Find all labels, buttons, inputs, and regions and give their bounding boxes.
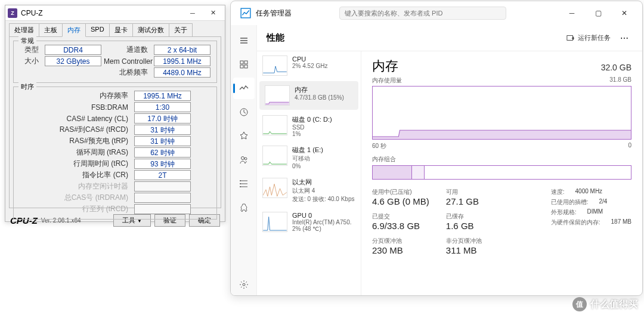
sidebar-performance[interactable] — [233, 78, 255, 99]
timing-label: CAS# Latency (CL) — [48, 115, 132, 123]
tab-graphics[interactable]: 显卡 — [109, 23, 133, 36]
cpuz-titlebar[interactable]: Z CPU-Z ─ ✕ — [5, 5, 225, 21]
search-input[interactable] — [339, 7, 506, 20]
perf-item-gpu[interactable]: GPU 0 Intel(R) Arc(TM) A750. 2% (48 ℃) — [257, 208, 361, 236]
timing-value: 93 时钟 — [134, 159, 191, 169]
run-new-task-button[interactable]: 运行新任务 — [566, 33, 611, 42]
stat: 使用中(已压缩)4.6 GB (0 MB) — [372, 188, 429, 206]
sidebar-settings[interactable] — [233, 274, 255, 295]
perf-item-mem[interactable]: 内存 4.7/31.8 GB (15%) — [259, 81, 358, 110]
info-value: 2/4 — [599, 198, 608, 206]
more-options-button[interactable]: ⋯ — [617, 33, 633, 43]
axis-right: 0 — [628, 142, 631, 150]
tab-memory[interactable]: 内存 — [62, 23, 86, 37]
run-task-icon — [566, 34, 575, 42]
timing-value — [134, 193, 191, 203]
sidebar-details[interactable] — [233, 173, 255, 194]
watermark-text: 什么值得买 — [590, 298, 638, 311]
item-sub2: 2% (48 ℃) — [292, 226, 355, 232]
item-sub2: 1% — [292, 131, 355, 137]
sidebar-services[interactable] — [233, 197, 255, 218]
timing-label: 行至列 (tRCD) — [48, 204, 132, 214]
timing-value: 1:30 — [134, 102, 191, 112]
svg-point-11 — [243, 283, 245, 286]
info-row: 已使用的插槽:2/4 — [551, 198, 631, 206]
tm-titlebar[interactable]: 任务管理器 ─ ▢ ✕ — [231, 1, 642, 25]
sidebar-processes[interactable] — [233, 54, 255, 75]
thumb-chart — [262, 115, 287, 135]
stat-label: 非分页缓冲池 — [446, 237, 482, 245]
usage-max: 31.8 GB — [609, 76, 631, 85]
taskmanager-window: 任务管理器 ─ ▢ ✕ 性能 运行新任务 — [230, 1, 643, 296]
thumb-chart — [262, 178, 287, 198]
memctrl-label: Mem Controller — [104, 57, 151, 66]
stat-value: 311 MB — [446, 245, 482, 255]
item-sub: 以太网 4 — [292, 187, 355, 195]
perf-item-disk[interactable]: 磁盘 1 (E:) 可移动 0% — [257, 141, 361, 174]
close-button[interactable]: ✕ — [203, 7, 222, 20]
general-fieldset: 常规 类型 DDR4 通道数 2 x 64-bit 大小 32 GBytes M… — [13, 41, 217, 83]
stat: 可用27.1 GB — [446, 188, 482, 206]
sidebar-startup[interactable] — [233, 125, 255, 147]
thumb-chart — [262, 212, 287, 232]
item-sub2: 发送: 0 接收: 40.0 Kbps — [292, 195, 355, 203]
cpuz-body: 常规 类型 DDR4 通道数 2 x 64-bit 大小 32 GBytes M… — [9, 36, 221, 208]
stat: 已缓存1.6 GB — [446, 212, 482, 231]
perf-item-eth[interactable]: 以太网 以太网 4 发送: 0 接收: 40.0 Kbps — [257, 174, 361, 208]
size-label: 大小 — [18, 56, 42, 66]
tab-about[interactable]: 关于 — [169, 23, 193, 36]
stat: 分页缓冲池230 MB — [372, 237, 429, 255]
tm-sidebar — [231, 25, 257, 295]
timing-value: 17.0 时钟 — [134, 113, 191, 123]
cpuz-window: Z CPU-Z ─ ✕ 处理器 主板 内存 SPD 显卡 测试分数 关于 常规 … — [5, 5, 225, 222]
channels-value: 2 x 64-bit — [154, 45, 210, 55]
general-legend: 常规 — [18, 36, 36, 45]
item-name: 内存 — [295, 85, 353, 94]
performance-list: CPU 2% 4.52 GHz 内存 4.7/31.8 GB (15%) 磁盘 … — [257, 51, 361, 295]
stat-value: 230 MB — [372, 245, 429, 255]
svg-point-6 — [241, 157, 244, 160]
svg-point-10 — [240, 186, 241, 187]
axis-left: 60 秒 — [372, 142, 386, 150]
maximize-button[interactable]: ▢ — [585, 4, 611, 23]
minimize-button[interactable]: ─ — [183, 7, 202, 20]
stat-label: 可用 — [446, 188, 482, 196]
info-row: 为硬件保留的内存:187 MB — [551, 218, 631, 227]
timing-label: RAS#到CAS# (tRCD) — [48, 125, 132, 135]
timing-label: 指令比率 (CR) — [48, 170, 132, 180]
timing-value — [134, 204, 191, 214]
item-name: 磁盘 0 (C: D:) — [292, 115, 355, 124]
tab-mainboard[interactable]: 主板 — [39, 23, 63, 36]
timing-label: 行周期时间 (tRC) — [48, 159, 132, 169]
tm-app-icon — [240, 8, 251, 18]
usage-label: 内存使用量 — [372, 76, 402, 85]
info-key: 已使用的插槽: — [551, 198, 589, 206]
timing-legend: 时序 — [18, 82, 36, 91]
sidebar-hamburger[interactable] — [233, 30, 255, 51]
perf-item-cpu[interactable]: CPU 2% 4.52 GHz — [257, 51, 361, 80]
info-row: 速度:4000 MHz — [551, 188, 631, 196]
item-sub: SSD — [292, 124, 355, 131]
watermark: 值 什么值得买 — [572, 297, 638, 311]
sidebar-history[interactable] — [233, 101, 255, 123]
memory-usage-chart — [372, 86, 631, 140]
info-value: 4000 MHz — [575, 188, 603, 196]
tab-spd[interactable]: SPD — [85, 23, 110, 36]
tab-cpu[interactable]: 处理器 — [9, 23, 39, 36]
perf-item-disk[interactable]: 磁盘 0 (C: D:) SSD 1% — [257, 111, 361, 141]
minimize-button[interactable]: ─ — [559, 4, 585, 23]
close-button[interactable]: ✕ — [611, 4, 637, 23]
timing-value — [134, 181, 191, 192]
detail-title: 内存 — [372, 57, 601, 75]
timing-label: RAS#预充电 (tRP) — [48, 136, 132, 146]
tab-bench[interactable]: 测试分数 — [132, 23, 169, 36]
sidebar-users[interactable] — [233, 149, 255, 171]
info-value: DIMM — [587, 208, 603, 217]
stat-value: 4.6 GB (0 MB) — [372, 196, 429, 206]
item-sub: 可移动 — [292, 155, 355, 163]
timing-value: 1995.1 MHz — [134, 91, 191, 101]
info-row: 外形规格:DIMM — [551, 208, 631, 217]
nb-value: 4489.0 MHz — [154, 67, 210, 78]
stat-label: 已提交 — [372, 212, 429, 221]
size-value: 32 GBytes — [45, 56, 101, 66]
